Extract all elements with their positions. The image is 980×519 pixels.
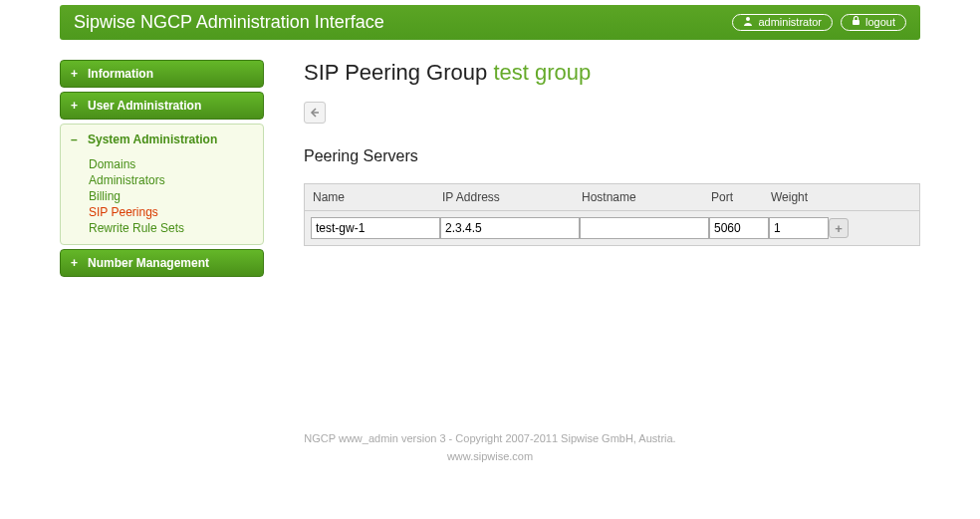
page-title-prefix: SIP Peering Group (304, 60, 487, 85)
sidebar: + Information + User Administration – Sy… (60, 60, 264, 281)
add-button[interactable]: + (829, 218, 849, 238)
sidebar-subitem-rewrite-rule-sets[interactable]: Rewrite Rule Sets (89, 220, 263, 236)
port-input[interactable] (709, 217, 769, 239)
svg-point-0 (746, 17, 750, 21)
col-header-host: Hostname (574, 184, 703, 210)
peering-servers-table: Name IP Address Hostname Port Weight + (304, 183, 920, 246)
hostname-input[interactable] (580, 217, 709, 239)
page-title-group-name: test group (493, 60, 591, 85)
table-header-row: Name IP Address Hostname Port Weight (305, 184, 919, 211)
sidebar-item-user-administration[interactable]: + User Administration (60, 92, 264, 120)
weight-input[interactable] (769, 217, 829, 239)
plus-icon: + (835, 221, 843, 236)
col-header-port: Port (703, 184, 763, 210)
footer: NGCP www_admin version 3 - Copyright 200… (0, 430, 980, 465)
user-button[interactable]: administrator (732, 14, 833, 31)
plus-icon: + (71, 67, 83, 81)
sidebar-subitem-sip-peerings[interactable]: SIP Peerings (89, 204, 263, 220)
col-header-weight: Weight (763, 184, 823, 210)
plus-icon: + (71, 256, 83, 270)
sidebar-item-number-management[interactable]: + Number Management (60, 249, 264, 277)
sidebar-subitem-domains[interactable]: Domains (89, 156, 263, 172)
logout-button[interactable]: logout (841, 14, 906, 31)
logout-button-label: logout (865, 16, 895, 28)
table-row: + (305, 211, 919, 245)
sidebar-item-label: User Administration (88, 99, 201, 113)
plus-icon: + (71, 99, 83, 113)
user-icon (743, 16, 753, 28)
app-header: Sipwise NGCP Administration Interface ad… (60, 5, 920, 40)
back-button[interactable] (304, 102, 326, 124)
sidebar-item-information[interactable]: + Information (60, 60, 264, 88)
sidebar-item-label: Number Management (88, 256, 209, 270)
sidebar-subitem-administrators[interactable]: Administrators (89, 172, 263, 188)
name-input[interactable] (311, 217, 440, 239)
sidebar-item-header[interactable]: – System Administration (61, 125, 263, 152)
app-title: Sipwise NGCP Administration Interface (74, 12, 724, 33)
footer-line-2: www.sipwise.com (0, 448, 980, 466)
page-title: SIP Peering Group test group (304, 60, 920, 86)
ip-input[interactable] (440, 217, 580, 239)
svg-rect-1 (853, 20, 859, 25)
section-title: Peering Servers (304, 147, 920, 165)
sidebar-submenu: Domains Administrators Billing SIP Peeri… (61, 152, 263, 236)
arrow-left-icon (310, 108, 320, 118)
user-button-label: administrator (758, 16, 822, 28)
col-header-ip: IP Address (434, 184, 574, 210)
lock-icon (852, 16, 860, 28)
sidebar-subitem-billing[interactable]: Billing (89, 188, 263, 204)
sidebar-item-label: Information (88, 67, 153, 81)
col-header-name: Name (305, 184, 434, 210)
main-content: SIP Peering Group test group Peering Ser… (304, 60, 920, 281)
footer-line-1: NGCP www_admin version 3 - Copyright 200… (0, 430, 980, 448)
sidebar-item-label: System Administration (88, 132, 217, 146)
minus-icon: – (71, 132, 83, 146)
sidebar-item-system-administration: – System Administration Domains Administ… (60, 124, 264, 245)
